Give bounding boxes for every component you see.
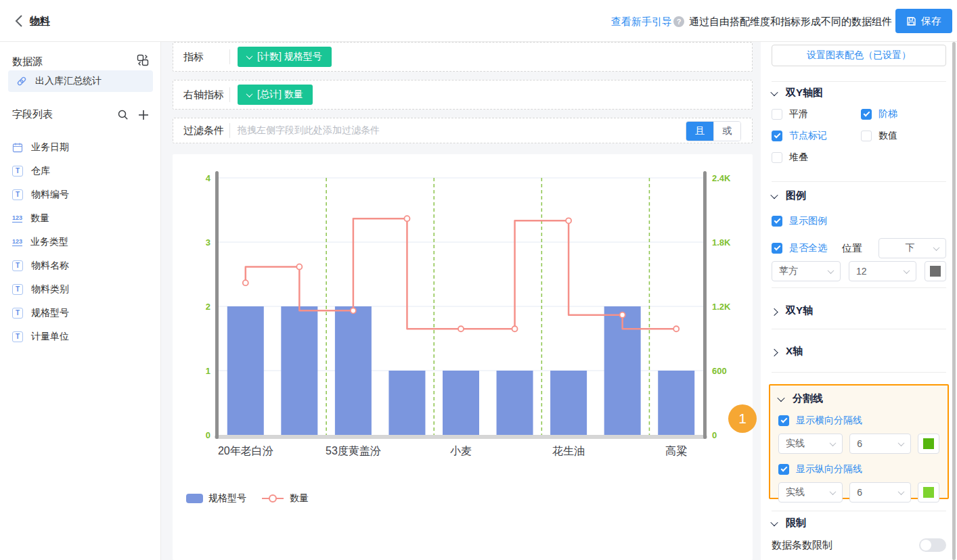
text-field-icon: T <box>12 189 23 200</box>
x-axis-label: 53度黄盖汾 <box>326 445 381 457</box>
h-split-width-select[interactable]: 6 <box>849 434 911 454</box>
and-button[interactable]: 且 <box>686 122 713 141</box>
field-label: 业务日期 <box>31 141 69 154</box>
text-field-icon: T <box>12 260 23 271</box>
checkbox-option[interactable]: 数值 <box>861 129 946 143</box>
line-marker <box>296 264 302 269</box>
checkbox-option[interactable]: 节点标记 <box>772 129 861 143</box>
left-axis-tick: 1 <box>206 366 210 376</box>
legend-color-swatch[interactable] <box>925 261 946 281</box>
legend-item-line[interactable]: 数量 <box>261 492 309 505</box>
checkbox-checked-icon <box>772 131 782 141</box>
text-field-icon: T <box>12 308 23 319</box>
chevron-down-icon <box>830 488 837 495</box>
checkbox-option[interactable]: 是否全选 <box>772 242 827 254</box>
legend-label: 数量 <box>290 492 309 505</box>
field-label: 数量 <box>30 212 49 225</box>
section-legend[interactable]: 图例 <box>772 189 806 202</box>
legend-font-select[interactable]: 苹方 <box>772 261 841 281</box>
help-icon[interactable]: ? <box>673 16 684 27</box>
h-split-style-select[interactable]: 实线 <box>778 434 843 454</box>
right-metric-drop-zone[interactable]: 右轴指标 [总计] 数量 <box>173 80 753 110</box>
datasource-name: 出入库汇总统计 <box>35 75 102 87</box>
legend-font-size-select[interactable]: 12 <box>849 261 916 281</box>
add-field-icon[interactable] <box>138 110 149 120</box>
field-list-label: 字段列表 <box>12 108 117 121</box>
field-item[interactable]: 业务日期 <box>0 135 161 159</box>
chart-canvas[interactable]: 0123406001.2K1.8K2.4K20年老白汾53度黄盖汾小麦花生油高粱 <box>173 154 753 472</box>
field-item[interactable]: 123数量 <box>0 206 161 230</box>
or-button[interactable]: 或 <box>713 122 740 141</box>
sidebar: 数据源 出入库汇总统计 字段列表 <box>0 42 161 560</box>
section-dual-y-chart[interactable]: 双Y轴图 <box>772 87 823 99</box>
checkbox-checked-icon <box>861 109 872 120</box>
chart-card: 0123406001.2K1.8K2.4K20年老白汾53度黄盖汾小麦花生油高粱… <box>173 154 753 560</box>
checkbox-checked-icon <box>772 243 782 254</box>
field-item[interactable]: T仓库 <box>0 159 161 183</box>
filter-drop-zone[interactable]: 过滤条件 拖拽左侧字段到此处添加过滤条件 且 或 <box>173 118 753 143</box>
field-item[interactable]: T物料编号 <box>0 183 161 206</box>
switch-datasource-icon[interactable] <box>137 54 149 69</box>
section-title: 双Y轴 <box>786 304 813 317</box>
checkbox-option[interactable]: 阶梯 <box>861 107 946 122</box>
section-dual-y-axis[interactable]: 双Y轴 <box>772 304 813 317</box>
field-label: 物料名称 <box>31 260 69 272</box>
divider <box>229 123 230 138</box>
vertical-scrollbar[interactable] <box>952 42 956 560</box>
field-item[interactable]: T物料名称 <box>0 254 161 277</box>
field-item[interactable]: T规格型号 <box>0 301 161 325</box>
section-x-axis[interactable]: X轴 <box>772 345 803 358</box>
guide-link[interactable]: 查看新手引导 <box>611 16 672 28</box>
checkbox-option[interactable]: 显示横向分隔线 <box>778 415 939 427</box>
right-metric-tag[interactable]: [总计] 数量 <box>238 85 313 105</box>
legend-position-select[interactable]: 下 <box>878 238 946 258</box>
bar <box>335 306 372 435</box>
chevron-down-icon <box>246 53 253 60</box>
v-split-width-select[interactable]: 6 <box>849 482 911 503</box>
v-split-style-select[interactable]: 实线 <box>778 482 843 503</box>
bar <box>658 371 694 435</box>
divider <box>772 511 946 511</box>
x-axis-label: 20年老白汾 <box>218 445 273 457</box>
checkbox-option[interactable]: 堆叠 <box>772 150 861 165</box>
checkbox-option[interactable]: 平滑 <box>772 107 861 122</box>
legend-item-bar[interactable]: 规格型号 <box>186 492 246 505</box>
chart-color-button[interactable]: 设置图表配色（已设置） <box>772 45 946 66</box>
field-item[interactable]: 123业务类型 <box>0 230 161 254</box>
number-field-icon: 123 <box>12 238 22 246</box>
checkbox-option[interactable]: 显示纵向分隔线 <box>778 463 939 475</box>
divider <box>772 81 946 82</box>
field-list: 业务日期T仓库T物料编号123数量123业务类型T物料名称T物料类别T规格型号T… <box>0 135 161 348</box>
number-field-icon: 123 <box>12 214 22 223</box>
link-icon <box>16 76 27 87</box>
metric-drop-zone[interactable]: 指标 [计数] 规格型号 <box>173 42 753 72</box>
section-limit[interactable]: 限制 <box>772 517 806 530</box>
filter-label: 过滤条件 <box>183 124 224 137</box>
settings-panel: 设置图表配色（已设置） 双Y轴图 平滑阶梯节点标记数值堆叠 图例 显示图例 是否… <box>761 42 957 560</box>
chevron-down-icon <box>898 488 905 495</box>
checkbox-label: 显示纵向分隔线 <box>796 463 862 475</box>
checkbox-option[interactable]: 显示图例 <box>772 215 827 227</box>
data-limit-toggle[interactable] <box>919 538 946 552</box>
section-title: X轴 <box>786 345 803 358</box>
chevron-down-icon <box>898 440 905 446</box>
field-item[interactable]: T物料类别 <box>0 277 161 301</box>
metric-tag[interactable]: [计数] 规格型号 <box>238 47 332 67</box>
divider <box>772 181 946 182</box>
x-axis-label: 高粱 <box>665 445 687 457</box>
page-title: 物料 <box>30 15 50 28</box>
checkbox-checked-icon <box>778 415 789 426</box>
line-marker <box>512 326 518 331</box>
search-icon[interactable] <box>117 109 129 120</box>
selected-datasource[interactable]: 出入库汇总统计 <box>8 70 153 92</box>
save-button[interactable]: 保存 <box>895 9 952 33</box>
back-button[interactable] <box>12 14 27 28</box>
legend-label: 规格型号 <box>208 492 246 505</box>
section-split-line[interactable]: 分割线 <box>778 392 939 405</box>
h-split-color-swatch[interactable] <box>918 434 939 454</box>
field-item[interactable]: T计量单位 <box>0 325 161 348</box>
and-or-toggle: 且 或 <box>686 121 741 141</box>
v-split-color-swatch[interactable] <box>918 482 939 503</box>
right-axis-tick: 1.8K <box>712 237 731 248</box>
field-label: 规格型号 <box>31 307 69 319</box>
